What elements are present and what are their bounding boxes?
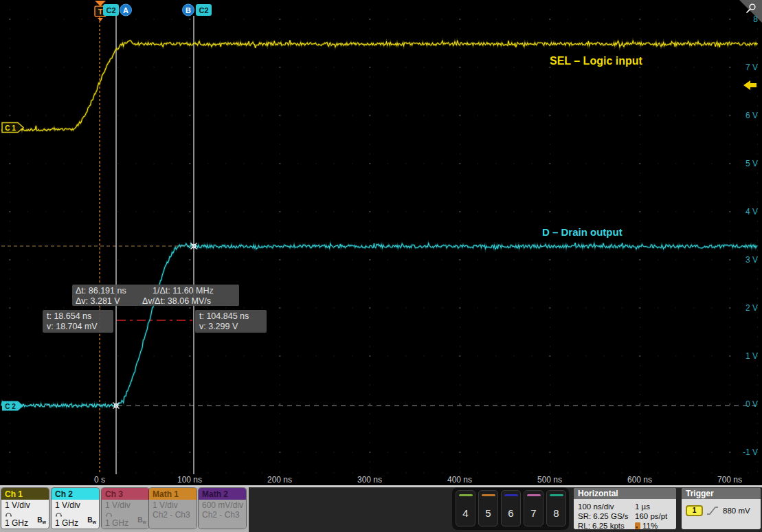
x-axis-label: 400 ns	[447, 475, 472, 485]
sample-rate: SR: 6.25 GS/s	[578, 511, 629, 521]
cursor-a-badges[interactable]: C2 A	[103, 4, 132, 16]
cursor-b-readout: t: 104.845 ns v: 3.299 V	[195, 310, 267, 333]
y-axis-label: 7 V	[746, 63, 758, 72]
math1-title: Math 1	[149, 488, 197, 500]
horizontal-scale: 100 ns/div	[578, 502, 614, 511]
cursor-b-badges[interactable]: B C2	[183, 4, 212, 16]
y-axis-label: 0 V	[746, 399, 758, 409]
bw-limit-badge: Bw	[37, 516, 46, 527]
y-axis-label: 3 V	[746, 255, 758, 265]
y-axis-label: 6 V	[746, 111, 758, 120]
horizontal-panel[interactable]: Horizontal 100 ns/div 1 µs SR: 6.25 GS/s…	[574, 488, 676, 529]
trigger-panel[interactable]: Trigger 1 880 mV	[682, 488, 761, 529]
math-tile-math2[interactable]: Math 2 600 mV/div Ch2 - Ch3	[199, 488, 246, 529]
delta-v-value: Δv: 3.281 V	[76, 296, 120, 306]
bw-limit-badge: Bw	[87, 516, 96, 527]
x-axis-label: 200 ns	[267, 475, 292, 485]
ch1-marker-label: C 1	[5, 124, 16, 132]
trigger-title: Trigger	[682, 488, 761, 499]
x-axis-label: 100 ns	[177, 475, 202, 485]
cursor-b-badge: B	[186, 6, 191, 14]
cursor-a-badge: A	[123, 6, 128, 14]
cursor-delta-readout: Δt: 86.191 ns 1/Δt: 11.60 MHz Δv: 3.281 …	[72, 285, 239, 306]
ch3-scale: 1 V/div	[105, 501, 149, 510]
x-axis-label: 0 s	[94, 475, 105, 485]
slew-rate-value: Δv/Δt: 38.06 MV/s	[142, 296, 211, 306]
math-tile-math1[interactable]: Math 1 1 V/div Ch2 - Ch3	[149, 488, 197, 529]
cursor-b-voltage: v: 3.299 V	[199, 322, 238, 331]
coupling-icon	[55, 510, 63, 517]
cursor-a-readout: t: 18.654 ns v: 18.704 mV	[43, 310, 113, 333]
channel-button-6[interactable]: 6	[501, 490, 521, 527]
y-axis-label: 4 V	[746, 207, 758, 217]
cursor-a-time: t: 18.654 ns	[47, 311, 91, 321]
waveform-display: Δt: 86.191 ns 1/Δt: 11.60 MHz Δv: 3.281 …	[0, 0, 762, 485]
math2-scale: 600 mV/div	[202, 501, 246, 510]
channel-button-8[interactable]: 8	[546, 490, 566, 527]
ch2-trace-label: D – Drain output	[542, 226, 623, 238]
cursor-b-source-badge: C2	[199, 6, 208, 14]
inv-delta-t-value: 1/Δt: 11.60 MHz	[153, 286, 214, 296]
position-percent: 11%	[635, 521, 658, 529]
channel-tile-ch3[interactable]: Ch 3 1 V/div 1 GHzBw	[102, 488, 149, 529]
trigger-level-value: 880 mV	[723, 507, 750, 515]
ch2-trace	[1, 243, 757, 407]
ch2-scale: 1 V/div	[55, 501, 99, 510]
cursor-a-source-badge: C2	[106, 6, 115, 14]
horizontal-window: 1 µs	[635, 502, 650, 511]
x-axis-label: 300 ns	[357, 475, 382, 485]
math2-title: Math 2	[199, 488, 246, 500]
ch3-bandwidth: 1 GHz	[105, 518, 128, 528]
y-axis-label: 5 V	[746, 159, 758, 168]
bottom-control-bar: Ch 1 1 V/div 1 GHzBw Ch 2 1 V/div 1 GHzB…	[0, 485, 762, 532]
channel-button-7[interactable]: 7	[524, 490, 544, 527]
cursor-b-time: t: 104.845 ns	[199, 311, 249, 321]
ch3-title: Ch 3	[102, 488, 149, 500]
channel-tile-ch1[interactable]: Ch 1 1 V/div 1 GHzBw	[1, 488, 49, 529]
x-axis-label: 700 ns	[717, 475, 742, 485]
record-position-icon	[635, 522, 641, 529]
channel-button-5[interactable]: 5	[478, 490, 498, 527]
graticule-and-traces	[1, 10, 758, 474]
channel-tile-ch2[interactable]: Ch 2 1 V/div 1 GHzBw	[52, 488, 99, 529]
math2-source: Ch2 - Ch3	[202, 510, 246, 520]
oscilloscope-screen: Δt: 86.191 ns 1/Δt: 11.60 MHz Δv: 3.281 …	[0, 0, 762, 532]
ch2-title: Ch 2	[52, 488, 99, 500]
cursor-a-voltage: v: 18.704 mV	[47, 322, 98, 331]
channel-button-group: 4 5 6 7 8	[452, 487, 569, 530]
math1-scale: 1 V/div	[153, 501, 197, 510]
bw-limit-badge: Bw	[137, 516, 146, 527]
y-axis-label: 8	[753, 14, 758, 24]
zoom-overview-button[interactable]	[739, 0, 762, 23]
y-axis-label: 2 V	[746, 303, 758, 313]
trigger-level-arrow[interactable]	[743, 80, 757, 90]
coupling-icon	[105, 510, 113, 517]
ch2-bandwidth: 1 GHz	[55, 518, 78, 528]
ch2-ground-marker[interactable]: C 2	[2, 401, 23, 411]
delta-t-value: Δt: 86.191 ns	[76, 286, 126, 296]
ch2-marker-label: C 2	[5, 403, 16, 410]
ch1-bandwidth: 1 GHz	[5, 518, 28, 528]
math1-source: Ch2 - Ch3	[153, 510, 197, 520]
y-axis-label: 1 V	[746, 351, 758, 361]
channel-button-4[interactable]: 4	[456, 490, 475, 527]
y-axis-label: -1 V	[743, 447, 758, 457]
sample-period: 160 ps/pt	[635, 511, 667, 521]
ch1-ground-marker[interactable]: C 1	[2, 123, 23, 133]
coupling-icon	[5, 510, 12, 517]
ch1-trace-label: SEL – Logic input	[550, 55, 642, 67]
horizontal-title: Horizontal	[574, 488, 676, 499]
rising-edge-icon	[706, 506, 719, 516]
record-length: RL: 6.25 kpts	[578, 521, 625, 529]
trigger-source-badge: 1	[686, 505, 703, 516]
ch1-title: Ch 1	[1, 488, 49, 500]
x-axis-label: 500 ns	[537, 475, 562, 485]
x-axis-label: 600 ns	[627, 475, 652, 485]
trigger-flag-label: T	[98, 8, 103, 16]
ch1-scale: 1 V/div	[5, 501, 49, 510]
